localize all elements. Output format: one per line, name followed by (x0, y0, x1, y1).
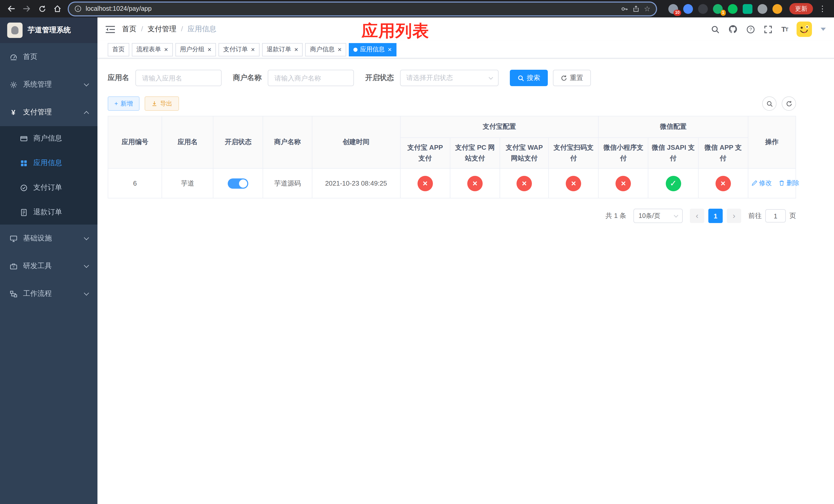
goto-page-input[interactable] (765, 209, 786, 223)
forward-icon[interactable] (21, 3, 33, 15)
app-name-label: 应用名 (108, 73, 129, 83)
extensions-puzzle-icon[interactable] (758, 4, 767, 14)
tab-user-group[interactable]: 用户分组× (175, 43, 216, 56)
breadcrumb-current: 应用信息 (188, 25, 216, 34)
sidebar-item-merchant-info[interactable]: 商户信息 (0, 126, 97, 151)
browser-update-button[interactable]: 更新 (789, 3, 813, 14)
extension-badge: 1 (720, 9, 726, 16)
sidebar-item-infra[interactable]: 基础设施 (0, 225, 97, 252)
extension-icon[interactable] (728, 4, 738, 14)
chevron-down-icon (84, 235, 89, 240)
app-table: 应用编号 应用名 开启状态 商户名称 创建时间 支付宝配置 微信配置 操作 支付… (108, 116, 796, 199)
caret-down-icon[interactable] (821, 28, 826, 31)
tab-home[interactable]: 首页 (108, 43, 129, 56)
user-avatar[interactable] (796, 22, 812, 37)
close-icon[interactable]: × (251, 46, 255, 53)
extension-icon[interactable] (683, 4, 693, 14)
chevron-down-icon (674, 213, 678, 217)
status-select[interactable]: 请选择开启状态 (400, 70, 499, 86)
cell-merchant-name: 芋道源码 (263, 168, 312, 198)
edit-button[interactable]: 修改 (751, 179, 772, 188)
col-app-name: 应用名 (162, 116, 213, 168)
breadcrumb-pay[interactable]: 支付管理 (148, 25, 183, 34)
tab-refund-order[interactable]: 退款订单× (262, 43, 303, 56)
close-icon[interactable]: × (294, 46, 298, 53)
col-alipay-app: 支付宝 APP 支付 (400, 138, 450, 168)
breadcrumb-home[interactable]: 首页 (122, 25, 143, 34)
address-bar[interactable]: localhost:1024/pay/app ☆ (69, 2, 656, 15)
github-icon[interactable] (729, 25, 738, 34)
wx-app-status-icon: × (715, 176, 731, 191)
sidebar-item-pay[interactable]: ¥ 支付管理 (0, 98, 97, 126)
extension-icon[interactable]: 1 (713, 4, 723, 14)
toolbox-icon (9, 262, 18, 270)
dashboard-icon (9, 53, 18, 61)
url-text[interactable]: localhost:1024/pay/app (86, 5, 617, 12)
close-icon[interactable]: × (207, 46, 211, 53)
sidebar-item-devtool[interactable]: 研发工具 (0, 252, 97, 280)
extension-icon[interactable] (743, 4, 752, 14)
extension-icon[interactable] (698, 4, 708, 14)
table-refresh-button[interactable] (782, 96, 796, 111)
reload-icon[interactable] (36, 3, 48, 15)
close-icon[interactable]: × (388, 46, 392, 53)
page-size-select[interactable]: 10条/页 (633, 209, 683, 223)
workflow-icon (9, 290, 18, 298)
key-icon[interactable] (621, 5, 629, 13)
app-name-input[interactable] (135, 70, 222, 86)
svg-text:?: ? (750, 27, 752, 32)
table-search-toggle-button[interactable] (762, 96, 776, 111)
search-button[interactable]: 搜索 (510, 70, 548, 86)
tab-pay-order[interactable]: 支付订单× (219, 43, 259, 56)
sidebar-item-home[interactable]: 首页 (0, 43, 97, 71)
sidebar-item-refund-order[interactable]: 退款订单 (0, 200, 97, 225)
cell-app-name: 芋道 (162, 168, 213, 198)
search-icon[interactable] (711, 25, 720, 33)
plus-icon: + (114, 100, 118, 107)
browser-menu-icon[interactable]: ⋮ (816, 4, 829, 13)
sidebar-item-app-info[interactable]: 应用信息 (0, 151, 97, 175)
collapse-sidebar-icon[interactable] (106, 25, 115, 33)
bookmark-star-icon[interactable]: ☆ (644, 5, 650, 12)
sidebar-item-pay-order[interactable]: 支付订单 (0, 175, 97, 200)
home-icon[interactable] (51, 3, 64, 15)
export-button[interactable]: 导出 (145, 96, 179, 111)
tab-app-info[interactable]: 应用信息× (349, 43, 396, 56)
page-1-button[interactable]: 1 (708, 209, 723, 223)
reset-button[interactable]: 重置 (553, 70, 591, 86)
app-grid-icon (20, 159, 28, 167)
alipay-pc-status-icon: × (467, 176, 483, 191)
tab-merchant-info[interactable]: 商户信息× (305, 43, 346, 56)
site-info-icon[interactable] (74, 5, 82, 12)
tab-process-form[interactable]: 流程表单× (132, 43, 173, 56)
merchant-name-input[interactable] (268, 70, 354, 86)
prev-page-button[interactable]: ‹ (690, 209, 704, 223)
extension-icon[interactable]: 10 (668, 4, 678, 14)
sidebar-item-system[interactable]: 系统管理 (0, 71, 97, 98)
pay-order-icon (20, 184, 28, 192)
alipay-qr-status-icon: × (566, 176, 581, 191)
next-page-button[interactable]: › (727, 209, 741, 223)
help-icon[interactable]: ? (747, 25, 755, 33)
refund-doc-icon (20, 208, 28, 216)
delete-button[interactable]: 删除 (779, 179, 799, 188)
back-icon[interactable] (5, 3, 18, 15)
sidebar-item-workflow[interactable]: 工作流程 (0, 280, 97, 307)
browser-profile-avatar[interactable] (772, 4, 782, 14)
chevron-down-icon (84, 291, 89, 296)
status-toggle[interactable] (228, 178, 248, 188)
col-alipay-qr: 支付宝扫码支付 (549, 138, 598, 168)
alipay-app-status-icon: × (418, 176, 433, 191)
col-merchant-name: 商户名称 (263, 116, 312, 168)
close-icon[interactable]: × (338, 46, 342, 53)
total-count: 共 1 条 (606, 211, 626, 221)
cell-app-id: 6 (108, 168, 162, 198)
font-size-icon[interactable]: TT (782, 25, 788, 33)
col-wx-jsapi: 微信 JSAPI 支付 (648, 138, 698, 168)
close-icon[interactable]: × (164, 46, 168, 53)
tags-view-bar: 首页 流程表单× 用户分组× 支付订单× 退款订单× 商户信息× 应用信息× (97, 41, 834, 59)
active-dot (353, 47, 357, 51)
share-icon[interactable] (633, 5, 640, 12)
add-button[interactable]: + 新增 (108, 96, 139, 111)
fullscreen-icon[interactable] (764, 25, 773, 33)
